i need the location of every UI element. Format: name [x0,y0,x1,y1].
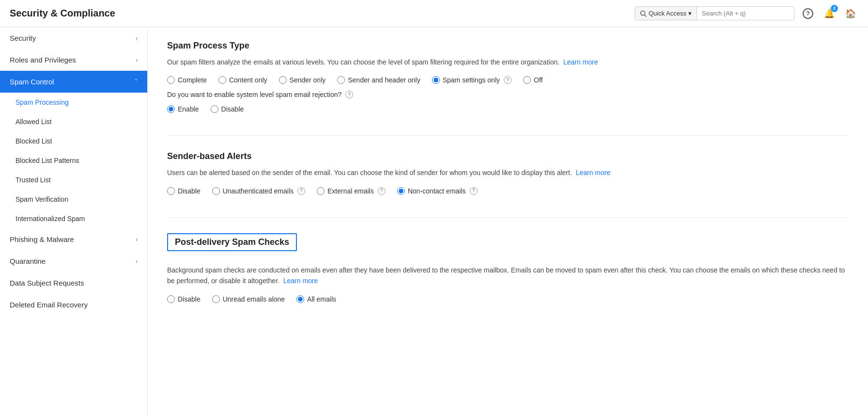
quick-access-label: Quick Access [649,10,686,17]
chevron-right-icon: › [136,35,138,42]
sidebar-item-security-label: Security [10,34,36,42]
sidebar-item-spam[interactable]: Spam Control ˅ [0,71,147,93]
rejection-help-icon[interactable]: ? [345,91,353,98]
sidebar-subitem-spam-processing[interactable]: Spam Processing [0,93,147,112]
radio-all-emails[interactable]: All emails [296,295,336,303]
sidebar-subitem-allowed-list-label: Allowed List [16,118,52,126]
radio-enable-input[interactable] [167,105,175,113]
radio-non-contact[interactable]: Non-contact emails ? [397,187,478,195]
sidebar-subitem-trusted-list-label: Trusted List [16,176,51,184]
radio-non-contact-input[interactable] [397,187,405,195]
sidebar-item-phishing-label: Phishing & Malware [10,235,74,243]
post-delivery-title: Post-delivery Spam Checks [167,233,297,251]
sidebar-item-security[interactable]: Security › [0,27,147,49]
radio-unread[interactable]: Unread emails alone [212,295,285,303]
chevron-right-icon: › [136,236,138,243]
radio-all-emails-input[interactable] [296,295,304,303]
radio-sender-only[interactable]: Sender only [279,76,326,84]
radio-disable-rejection[interactable]: Disable [211,105,244,113]
radio-sender-header[interactable]: Sender and header only [337,76,420,84]
radio-complete[interactable]: Complete [167,76,207,84]
sender-based-alerts-section: Sender-based Alerts Users can be alerted… [167,151,849,217]
sidebar-item-roles[interactable]: Roles and Privileges › [0,49,147,71]
radio-sender-header-input[interactable] [337,76,345,84]
radio-unauthenticated-input[interactable] [212,187,220,195]
radio-disable-alerts-label: Disable [178,187,201,195]
radio-enable-label: Enable [178,105,199,113]
radio-enable[interactable]: Enable [167,105,199,113]
unauthenticated-help-icon[interactable]: ? [297,187,305,195]
sidebar-item-data-subject[interactable]: Data Subject Requests [0,272,147,294]
post-delivery-learn-more[interactable]: Learn more [283,277,318,285]
search-icon [640,10,647,17]
radio-disable-post[interactable]: Disable [167,295,201,303]
radio-off[interactable]: Off [523,76,542,84]
radio-spam-settings-only-input[interactable] [432,76,440,84]
notification-badge: 2 [831,5,838,12]
external-help-icon[interactable]: ? [378,187,386,195]
sidebar-item-data-subject-label: Data Subject Requests [10,279,84,287]
radio-all-emails-label: All emails [307,295,336,303]
radio-disable-rejection-input[interactable] [211,105,218,113]
radio-external[interactable]: External emails ? [317,187,386,195]
sender-based-alerts-desc: Users can be alerted based on the sender… [167,167,849,178]
top-header: Security & Compliance Quick Access ▾ ? 🔔… [0,0,868,27]
sidebar-item-roles-label: Roles and Privileges [10,56,76,64]
rejection-question: Do you want to enable system level spam … [167,91,849,98]
radio-sender-only-input[interactable] [279,76,287,84]
sidebar-subitem-blocked-list-patterns-label: Blocked List Patterns [16,157,79,164]
sidebar-item-quarantine[interactable]: Quarantine › [0,250,147,272]
radio-off-label: Off [534,76,542,84]
spam-process-learn-more[interactable]: Learn more [563,58,598,66]
search-input[interactable] [697,7,794,20]
sidebar-subitem-allowed-list[interactable]: Allowed List [0,112,147,131]
radio-spam-settings-only-label: Spam settings only [443,76,500,84]
sidebar-item-deleted-email[interactable]: Deleted Email Recovery [0,294,147,316]
spam-settings-help-icon[interactable]: ? [504,76,512,84]
radio-unauthenticated[interactable]: Unauthenticated emails ? [212,187,305,195]
radio-disable-post-label: Disable [178,295,201,303]
help-icon: ? [803,8,813,19]
sidebar-subitem-blocked-list[interactable]: Blocked List [0,131,147,151]
sidebar-subitem-spam-processing-label: Spam Processing [16,98,69,106]
sidebar-subitem-internationalized-spam-label: Internationalized Spam [16,215,85,223]
radio-spam-settings-only[interactable]: Spam settings only ? [432,76,512,84]
radio-disable-post-input[interactable] [167,295,175,303]
sender-alerts-learn-more[interactable]: Learn more [576,169,611,176]
sender-based-alerts-title: Sender-based Alerts [167,151,849,161]
radio-unread-input[interactable] [212,295,220,303]
chevron-right-icon: › [136,57,138,64]
rejection-radio-group: Enable Disable [167,105,849,113]
sidebar-subitem-blocked-list-patterns[interactable]: Blocked List Patterns [0,151,147,170]
radio-disable-alerts-input[interactable] [167,187,175,195]
sidebar-subitem-blocked-list-label: Blocked List [16,137,52,145]
non-contact-help-icon[interactable]: ? [470,187,478,195]
content-area: Spam Process Type Our spam filters analy… [148,27,868,417]
home-button[interactable]: 🏠 [843,6,858,21]
sidebar-subitem-trusted-list[interactable]: Trusted List [0,170,147,190]
radio-content-only-input[interactable] [218,76,226,84]
sender-alerts-radio-group: Disable Unauthenticated emails ? Externa… [167,187,849,195]
radio-off-input[interactable] [523,76,531,84]
chevron-right-icon: › [136,258,138,265]
radio-external-input[interactable] [317,187,325,195]
header-right: Quick Access ▾ ? 🔔 2 🏠 [635,6,858,21]
notification-button[interactable]: 🔔 2 [822,6,837,21]
help-button[interactable]: ? [800,6,816,21]
svg-line-1 [644,15,646,16]
radio-unread-label: Unread emails alone [223,295,285,303]
sidebar-item-spam-label: Spam Control [10,78,54,86]
radio-external-label: External emails [327,187,374,195]
sidebar-item-quarantine-label: Quarantine [10,257,46,265]
main-layout: Security › Roles and Privileges › Spam C… [0,27,868,417]
sidebar-subitem-internationalized-spam[interactable]: Internationalized Spam [0,209,147,228]
spam-process-type-title: Spam Process Type [167,41,849,51]
radio-disable-alerts[interactable]: Disable [167,187,201,195]
quick-access-button[interactable]: Quick Access ▾ [635,7,697,20]
sidebar-subitem-spam-verification[interactable]: Spam Verification [0,190,147,209]
radio-complete-input[interactable] [167,76,175,84]
home-icon: 🏠 [845,8,856,19]
radio-sender-header-label: Sender and header only [348,76,420,84]
sidebar-item-phishing[interactable]: Phishing & Malware › [0,228,147,250]
radio-content-only[interactable]: Content only [218,76,267,84]
